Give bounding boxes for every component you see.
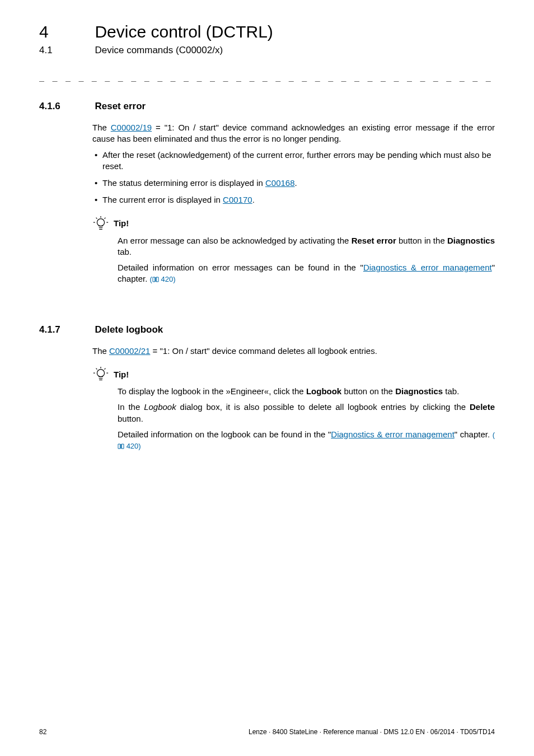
page-ref[interactable]: ( 420) [150,275,176,283]
list-item: The current error is displayed in C00170… [92,194,495,206]
subchapter-title: Device commands (C00002/x) [95,45,223,55]
svg-line-10 [96,368,97,370]
link-c00168[interactable]: C00168 [265,178,295,188]
section-intro: The C00002/19 = "1: On / start" device c… [92,122,495,145]
link-diagnostics-error-mgmt[interactable]: Diagnostics & error management [331,430,455,439]
svg-line-11 [105,368,106,370]
divider-dashes: _ _ _ _ _ _ _ _ _ _ _ _ _ _ _ _ _ _ _ _ … [39,72,495,82]
chapter-number: 4 [39,22,92,41]
section-reset-error: 4.1.6 Reset error The C00002/19 = "1: On… [39,101,495,285]
tip-body: To display the logbook in the »Engineer«… [118,386,495,452]
link-c00002-19[interactable]: C00002/19 [111,123,152,132]
tip-para: Detailed information on the logbook can … [118,429,495,452]
svg-line-5 [105,217,106,218]
book-icon [118,442,124,452]
lightbulb-icon [92,366,109,382]
tip-callout: Tip! [92,215,495,232]
book-icon [152,275,159,285]
bullet-list: After the reset (acknowledgement) of the… [92,150,495,206]
tip-label: Tip! [114,370,129,379]
svg-line-4 [96,217,97,218]
link-diagnostics-error-mgmt[interactable]: Diagnostics & error management [363,263,492,272]
subchapter-number: 4.1 [39,45,92,56]
page-footer: 82 Lenze · 8400 StateLine · Reference ma… [39,728,495,736]
tip-para: To display the logbook in the »Engineer«… [118,386,495,397]
link-c00002-21[interactable]: C00002/21 [109,346,150,356]
footer-text: Lenze · 8400 StateLine · Reference manua… [249,728,495,736]
link-c00170[interactable]: C00170 [223,195,252,204]
section-title: Delete logbook [95,324,163,335]
subchapter-header: 4.1 Device commands (C00002/x) [39,41,495,56]
section-delete-logbook: 4.1.7 Delete logbook The C00002/21 = "1:… [39,324,495,452]
chapter-title: Device control (DCTRL) [95,22,273,41]
svg-point-6 [97,370,104,377]
tip-para: An error message can also be acknowledge… [118,235,495,258]
tip-para: In the Logbook dialog box, it is also po… [118,402,495,424]
chapter-header: 4 Device control (DCTRL) [39,22,495,41]
section-intro: The C00002/21 = "1: On / start" device c… [92,346,495,357]
lightbulb-icon [92,215,109,232]
list-item: The status determining error is displaye… [92,178,495,189]
page-number: 82 [39,728,46,736]
tip-para: Detailed information on error messages c… [118,262,495,285]
svg-point-0 [97,218,104,226]
tip-label: Tip! [114,218,129,228]
section-title: Reset error [95,101,146,111]
section-number: 4.1.6 [39,101,92,112]
tip-body: An error message can also be acknowledge… [118,235,495,285]
tip-callout: Tip! [92,366,495,382]
section-number: 4.1.7 [39,324,92,335]
list-item: After the reset (acknowledgement) of the… [92,150,495,172]
